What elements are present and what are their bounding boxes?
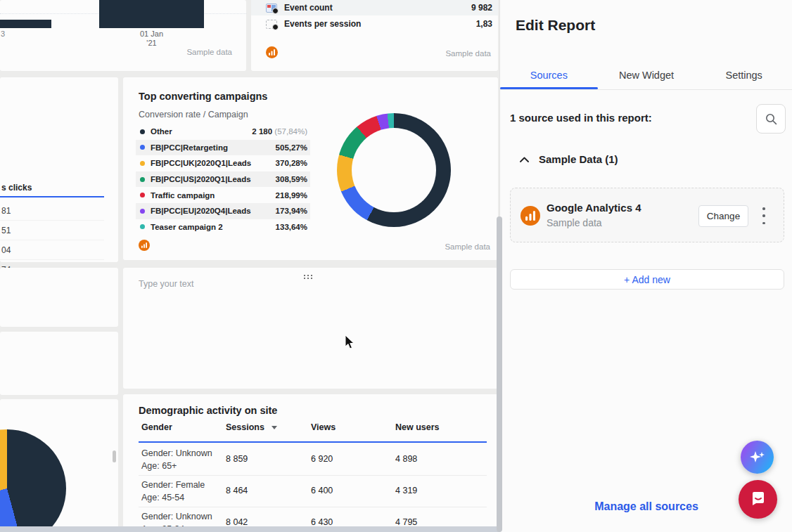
legend-color-dot xyxy=(140,145,145,150)
legend-color-dot xyxy=(140,177,145,182)
google-analytics-icon xyxy=(520,206,540,226)
legend-color-dot xyxy=(140,161,145,166)
widget-clicks-table[interactable]: s clicks 81 51 04 74 36 32 Sample data xyxy=(0,77,118,262)
table-row: 81 xyxy=(0,201,104,221)
source-group-label: Sample Data (1) xyxy=(539,153,618,165)
widget-text[interactable]: Type your text xyxy=(123,268,498,389)
change-source-button[interactable]: Change xyxy=(698,205,748,227)
sample-data-label: Sample data xyxy=(186,48,232,56)
source-name: Google Analytics 4 xyxy=(547,202,641,214)
widget-demographics-table[interactable]: Demographic activity on site Gender Sess… xyxy=(123,394,498,532)
more-options-icon[interactable] xyxy=(759,207,769,224)
google-analytics-icon xyxy=(139,240,150,251)
legend-item[interactable]: FB|PCC|US|2020Q1|Leads 308,59% xyxy=(136,171,310,188)
legend-color-dot xyxy=(140,224,145,229)
legend-item[interactable]: FB|PCC|Retargeting 505,27% xyxy=(136,140,310,156)
pie-chart xyxy=(0,429,66,532)
text-widget-placeholder[interactable]: Type your text xyxy=(139,279,194,289)
drag-handle-icon[interactable] xyxy=(304,275,314,280)
search-icon xyxy=(765,113,777,125)
column-header-new-users[interactable]: New users xyxy=(395,422,440,432)
search-button[interactable] xyxy=(756,104,786,134)
metric-label: Events per session xyxy=(284,19,361,29)
sample-data-label: Sample data xyxy=(445,49,491,58)
mouse-cursor xyxy=(345,335,355,353)
chart-legend: Other 2 180 (57,84%) FB|PCC|Retargeting … xyxy=(136,124,310,235)
legend-color-dot xyxy=(140,209,145,214)
sample-data-label: Sample data xyxy=(445,242,490,251)
panel-tabs: Sources New Widget Settings xyxy=(500,62,792,88)
vertical-scrollbar-thumb[interactable] xyxy=(497,216,502,532)
table-row: Gender: Unknown Age: 65+ 8 859 6 920 4 8… xyxy=(139,444,487,476)
widget-empty[interactable] xyxy=(0,332,118,395)
source-card-google-analytics[interactable]: Google Analytics 4 Sample data Change xyxy=(510,188,784,242)
widget-title: Top converting campaigns xyxy=(139,91,267,102)
y-axis-tick: 3 xyxy=(1,30,5,38)
legend-item[interactable]: Traffic campaign 218,99% xyxy=(136,187,310,203)
x-axis-label: 01 Jan '21 xyxy=(99,30,204,48)
metric-label: Event count xyxy=(284,3,333,13)
widget-pie-chart[interactable] xyxy=(0,399,118,532)
column-header-gender[interactable]: Gender xyxy=(141,422,172,432)
ai-assistant-button[interactable] xyxy=(741,441,774,474)
report-editor-app: 3 01 Jan '21 Sample data Event count 9 9… xyxy=(0,0,792,532)
bar-segment xyxy=(99,0,204,28)
metric-row[interactable]: Events per session 1,83 xyxy=(251,15,498,32)
widget-subtitle: Conversion rate / Campaign xyxy=(139,110,248,119)
sparkle-icon xyxy=(748,448,767,467)
legend-color-dot xyxy=(140,129,145,134)
widget-title: Demographic activity on site xyxy=(139,405,277,416)
metric-value: 1,83 xyxy=(476,19,492,29)
legend-item[interactable]: FB|PCC|EU|2020Q4|Leads 173,94% xyxy=(136,203,310,219)
widget-scrollbar-thumb[interactable] xyxy=(113,450,116,462)
edit-report-panel: Edit Report Sources New Widget Settings … xyxy=(499,0,792,532)
column-header-clicks: s clicks xyxy=(1,183,32,193)
tab-sources[interactable]: Sources xyxy=(500,62,598,88)
table-header-rule xyxy=(0,196,104,197)
table-row: Gender: Female Age: 45-54 8 464 6 400 4 … xyxy=(139,476,487,507)
add-new-source-button[interactable]: + Add new xyxy=(510,269,784,290)
legend-percent: (57,84%) xyxy=(274,127,307,136)
widget-timeline-chart[interactable]: 3 01 Jan '21 Sample data xyxy=(0,0,246,71)
chat-support-button[interactable] xyxy=(739,480,777,519)
calendar-clock-icon xyxy=(266,20,277,29)
tab-new-widget[interactable]: New Widget xyxy=(598,62,696,88)
tab-settings[interactable]: Settings xyxy=(695,62,792,88)
table-row: 51 xyxy=(0,221,104,240)
chevron-up-icon xyxy=(520,157,529,162)
legend-item[interactable]: Teaser campaign 2 133,64% xyxy=(136,219,310,235)
legend-item[interactable]: FB|PCC|UK|2020Q1|Leads 370,28% xyxy=(136,155,310,171)
table-row: 04 xyxy=(0,240,104,260)
table-header-rule xyxy=(139,441,487,443)
google-analytics-icon xyxy=(266,46,278,58)
bar-segment xyxy=(0,20,51,28)
source-subtitle: Sample data xyxy=(547,217,602,228)
metric-value: 9 982 xyxy=(471,3,492,13)
widget-empty[interactable] xyxy=(0,268,118,327)
panel-title: Edit Report xyxy=(516,17,595,34)
horizontal-scrollbar-track[interactable] xyxy=(0,526,499,532)
legend-color-dot xyxy=(140,193,145,197)
divider xyxy=(500,89,792,90)
widget-metrics[interactable]: Event count 9 982 Events per session 1,8… xyxy=(251,0,498,71)
donut-chart xyxy=(337,113,451,227)
legend-item[interactable]: Other 2 180 (57,84%) xyxy=(136,124,310,140)
metric-row[interactable]: Event count 9 982 xyxy=(251,0,498,15)
chat-bubble-icon xyxy=(748,490,768,510)
sources-count-heading: 1 source used in this report: xyxy=(510,112,652,124)
source-group-toggle[interactable]: Sample Data (1) xyxy=(520,153,618,165)
table-clock-icon xyxy=(266,4,277,13)
column-header-sessions[interactable]: Sessions xyxy=(226,422,277,432)
sort-desc-icon xyxy=(272,426,277,429)
widget-top-converting-campaigns[interactable]: Top converting campaigns Conversion rate… xyxy=(123,77,498,260)
column-header-views[interactable]: Views xyxy=(311,422,336,432)
